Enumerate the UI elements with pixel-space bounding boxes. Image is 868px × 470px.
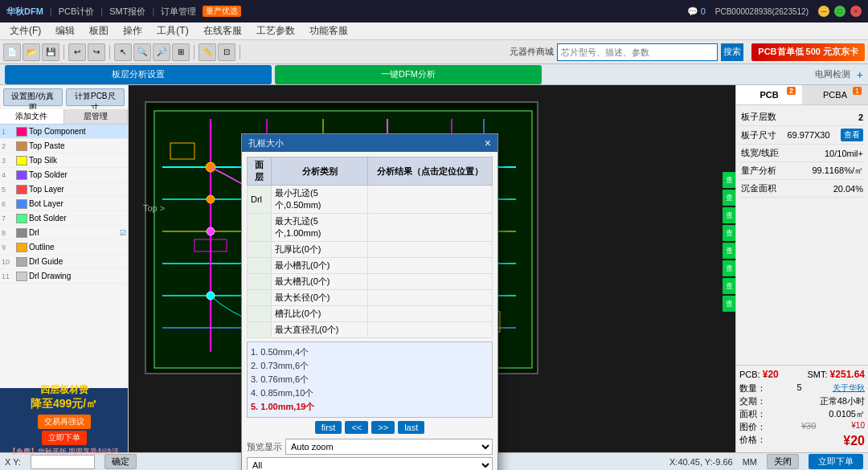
toolbar-new[interactable]: 📄 [3,43,21,61]
menu-file[interactable]: 文件(F) [3,22,47,39]
coords-display: X:40.45, Y:-9.66 [669,457,733,467]
toolbar-open[interactable]: 📂 [23,43,40,61]
toolbar-measure[interactable]: 📏 [199,43,216,61]
layers-label: 板子层数 [741,111,776,123]
close-button[interactable]: × [850,6,862,17]
layer-cell [248,242,272,258]
toolbar-redo[interactable]: ↪ [88,43,105,61]
analysis-cell: 最小槽孔(0个) [272,258,368,274]
toolbar-grid[interactable]: ⊡ [218,43,235,61]
size-label: 板子尺寸 [741,129,776,141]
tab-pcba[interactable]: PCBA 1 [802,85,868,104]
toolbar-zoom-out[interactable]: 🔎 [153,43,170,61]
vert-btn-1[interactable]: 查 [723,172,735,188]
size-value: 69.977X30 [787,130,829,140]
vert-btn-3[interactable]: 查 [723,207,735,223]
nav-btn-last[interactable]: last [398,421,424,434]
list-item[interactable]: 5. 1.00mm,19个 [251,400,489,414]
close-status-btn[interactable]: 关闭 [767,454,799,469]
layer-item[interactable]: 7 Bot Solder [0,211,128,226]
final-price-value: ¥20 [843,434,865,448]
layer-name: Top Component [29,127,126,136]
layer-item[interactable]: 8 Drl ☑ [0,226,128,240]
vert-btn-2[interactable]: 查 [723,190,735,206]
toolbar-undo[interactable]: ↩ [68,43,86,61]
maximize-button[interactable]: □ [834,6,845,17]
calc-pcb-btn[interactable]: 计算PCB尺寸 [66,88,125,106]
layer-item[interactable]: 3 Top Silk [0,153,128,168]
component-search-input[interactable] [557,43,718,61]
size-row: 板子尺寸 69.977X30 查看 [739,126,865,145]
nav-btn-first[interactable]: first [315,421,342,434]
layer-item[interactable]: 5 Top Layer [0,182,128,197]
vert-btn-4[interactable]: 查 [723,225,735,241]
col-result-header: 分析结果（点击定位位置） [368,157,493,186]
about-link[interactable]: 关于华秋 [833,382,865,394]
dfm-analyze-btn[interactable]: 一键DFM分析 [275,65,542,84]
table-row[interactable]: 槽孔比(0个) [248,306,493,322]
list-item[interactable]: 4. 0.85mm,10个 [251,386,489,400]
ad-download-btn[interactable]: 立即下单 [42,431,87,445]
toolbar-fit[interactable]: ⊞ [172,43,190,61]
component-label: 元器件商城 [510,46,554,58]
menu-edit[interactable]: 编辑 [49,22,81,39]
vert-btn-7[interactable]: 查 [723,278,735,294]
vert-btn-8[interactable]: 查 [723,296,735,312]
layer-color-swatch [16,199,27,209]
dialog-close-btn[interactable]: × [485,137,491,149]
layer-item[interactable]: 1 Top Component [0,125,128,139]
nav-btn-[interactable]: >> [371,421,395,434]
list-item[interactable]: 1. 0.50mm,4个 [251,345,489,359]
toolbar-zoom-in[interactable]: 🔍 [133,43,151,61]
menu-process[interactable]: 工艺参数 [250,22,301,39]
layer-item[interactable]: 10 Drl Guide [0,255,128,269]
layer-item[interactable]: 11 Drl Drawing [0,269,128,284]
download-btn[interactable]: 立即下单 [809,454,863,469]
area-value: 0.0105㎡ [829,408,865,420]
vert-btn-5[interactable]: 查 [723,243,735,259]
table-row[interactable]: Drl 最小孔迳(5个,0.50mm) [248,186,493,214]
ad-detail-btn[interactable]: 交易再强议 [38,415,91,429]
result-cell [368,242,493,258]
list-item[interactable]: 2. 0.73mm,6个 [251,359,489,373]
add-btn[interactable]: + [857,68,863,81]
size-view-btn[interactable]: 查看 [841,129,863,141]
ad-bottom: 四层板材费 降至499元/㎡ 交易再强议 立即下单 【免费】华秋开版,周周享受划… [0,388,128,452]
display-select[interactable]: Auto zoom [285,439,493,455]
list-item[interactable]: 3. 0.76mm,6个 [251,373,489,386]
menu-service[interactable]: 功能客服 [303,22,354,39]
vert-btn-6[interactable]: 查 [723,260,735,276]
toolbar-select[interactable]: ↖ [114,43,132,61]
layer-cell [248,322,272,338]
layer-item[interactable]: 9 Outline [0,240,128,255]
toolbar-save[interactable]: 💾 [42,43,59,61]
menu-board[interactable]: 板图 [83,22,115,39]
table-row[interactable]: 最大孔迳(5个,1.00mm) [248,214,493,242]
layer-cell: Drl [248,186,272,214]
layer-item[interactable]: 4 Top Solder [0,168,128,182]
menu-online[interactable]: 在线客服 [197,22,248,39]
table-row[interactable]: 最大长径(0个) [248,290,493,306]
analysis-cell: 槽孔比(0个) [272,306,368,322]
board-sim-btn[interactable]: 设置图/仿真图 [3,88,63,106]
table-row[interactable]: 最大槽孔(0个) [248,274,493,290]
tab-pcb[interactable]: PCB 2 [736,85,802,104]
right-info: 板子层数 2 板子尺寸 69.977X30 查看 线宽/线距 10/10mil+… [736,105,868,365]
add-file-tab[interactable]: 添加文件 [0,109,64,124]
layer-manage-tab[interactable]: 层管理 [64,109,129,124]
menu-tools[interactable]: 工具(T) [150,22,194,39]
table-row[interactable]: 最大直径孔(0个) [248,322,493,338]
nav-btn-[interactable]: << [345,421,368,434]
layer-item[interactable]: 2 Top Paste [0,139,128,153]
filter-select[interactable]: All [247,457,493,470]
title-sep3: | [152,6,154,16]
table-row[interactable]: 最小槽孔(0个) [248,258,493,274]
minimize-button[interactable]: ─ [818,6,829,17]
component-search-button[interactable]: 搜索 [721,43,743,61]
board-analyze-btn[interactable]: 板层分析设置 [5,65,272,84]
layer-name: Drl [29,228,118,237]
menu-operate[interactable]: 操作 [117,22,149,39]
table-row[interactable]: 孔厚比(0个) [248,242,493,258]
layer-check-icon: ☑ [120,229,126,237]
layer-item[interactable]: 6 Bot Layer [0,197,128,211]
